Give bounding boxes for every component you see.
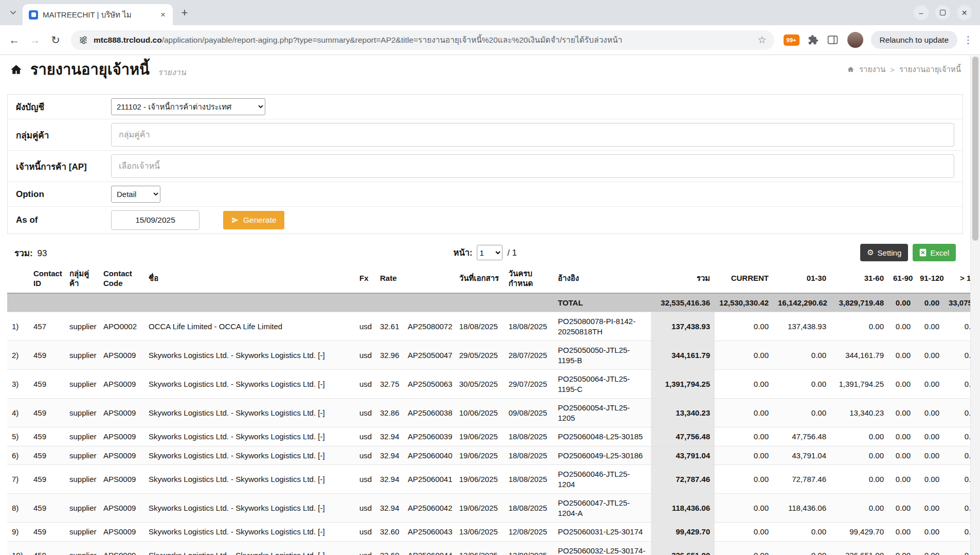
page-scrollbar[interactable] bbox=[970, 56, 980, 555]
table-cell bbox=[403, 293, 455, 312]
table-cell: 0.00 bbox=[715, 541, 773, 555]
table-cell: 32.60 bbox=[375, 541, 403, 555]
breadcrumb-section[interactable]: รายงาน bbox=[859, 63, 885, 76]
breadcrumb: รายงาน > รายงานอายุเจ้าหนี้ bbox=[847, 63, 961, 76]
breadcrumb-home-icon[interactable] bbox=[847, 66, 855, 73]
table-cell: 32.96 bbox=[375, 341, 403, 370]
table-cell bbox=[29, 293, 65, 312]
table-cell: 29/07/2025 bbox=[504, 370, 553, 399]
scrollbar-thumb[interactable] bbox=[972, 57, 978, 241]
forward-button[interactable]: → bbox=[26, 31, 44, 49]
window-minimize-button[interactable]: – bbox=[914, 5, 929, 20]
browser-menu-icon[interactable]: ⋮ bbox=[961, 34, 975, 46]
breadcrumb-current: รายงานอายุเจ้าหนี้ bbox=[899, 63, 961, 76]
new-tab-button[interactable]: + bbox=[177, 5, 192, 21]
column-header: 91-120 bbox=[915, 265, 944, 293]
table-cell: 457 bbox=[29, 312, 65, 341]
table-cell: 0.00 bbox=[888, 427, 915, 446]
table-cell: AP25060041 bbox=[403, 465, 455, 494]
table-cell: OCCA Life Limited - OCCA Life Limited bbox=[144, 312, 355, 341]
table-cell: 12,530,330.42 bbox=[715, 293, 773, 312]
tab-close-icon[interactable]: × bbox=[157, 9, 169, 21]
table-cell: 0.00 bbox=[888, 494, 915, 523]
table-cell: 0.00 bbox=[915, 341, 944, 370]
column-header: Contact ID bbox=[29, 265, 65, 293]
aging-table: Contact IDกลุ่มคู่ค้าContact Codeชื่อFxR… bbox=[7, 265, 980, 555]
table-cell: 13/06/2025 bbox=[455, 541, 504, 555]
setting-button[interactable]: ⚙ Setting bbox=[860, 244, 908, 261]
table-cell: usd bbox=[355, 312, 375, 341]
table-cell: 0.00 bbox=[888, 465, 915, 494]
table-cell: 137,438.93 bbox=[651, 312, 715, 341]
table-cell: supplier bbox=[65, 446, 99, 465]
table-cell: usd bbox=[355, 370, 375, 399]
table-cell: 7) bbox=[7, 465, 29, 494]
table-cell bbox=[455, 293, 504, 312]
group-input[interactable] bbox=[111, 123, 954, 147]
table-cell: 0.00 bbox=[915, 523, 944, 542]
back-button[interactable]: ← bbox=[5, 31, 24, 49]
extensions-puzzle-icon[interactable] bbox=[805, 31, 822, 49]
tab-title: MAITREECHIT | บริษัท ไม bbox=[43, 9, 153, 21]
table-cell bbox=[355, 293, 375, 312]
column-header: อ้างอิง bbox=[553, 265, 651, 293]
table-row: 4)459supplierAPS0009Skyworks Logistics L… bbox=[7, 399, 980, 427]
window-maximize-button[interactable] bbox=[935, 5, 950, 20]
page-select[interactable]: 1 bbox=[477, 245, 503, 260]
window-close-button[interactable]: ✕ bbox=[957, 5, 972, 20]
asof-date-input[interactable] bbox=[111, 210, 199, 230]
table-cell: 13,340.23 bbox=[651, 399, 715, 427]
column-header: Rate bbox=[375, 265, 403, 293]
table-cell: 0.00 bbox=[715, 370, 773, 399]
table-cell: supplier bbox=[65, 341, 99, 370]
send-icon bbox=[231, 217, 239, 224]
home-icon[interactable] bbox=[9, 63, 23, 76]
account-select[interactable]: 211102 - เจ้าหนี้การค้าต่างประเทศ bbox=[111, 98, 265, 115]
tune-icon[interactable] bbox=[79, 35, 88, 45]
table-cell: TOTAL bbox=[553, 293, 651, 312]
table-cell: 12/08/2025 bbox=[504, 541, 553, 555]
excel-file-icon bbox=[919, 248, 927, 257]
table-row: 10)459supplierAPS0009Skyworks Logistics … bbox=[7, 541, 980, 555]
profile-avatar[interactable] bbox=[847, 32, 863, 48]
table-cell: PO25050064-JTL25-1195-C bbox=[553, 370, 651, 399]
generate-button[interactable]: Generate bbox=[223, 211, 284, 229]
table-cell: 459 bbox=[29, 427, 65, 446]
table-cell: usd bbox=[355, 399, 375, 427]
table-cell: 18/08/2025 bbox=[504, 465, 553, 494]
adblock-extension-icon[interactable]: 99+ bbox=[784, 34, 800, 46]
table-cell: usd bbox=[355, 427, 375, 446]
table-cell: APS0009 bbox=[99, 446, 144, 465]
column-header: 61-90 bbox=[888, 265, 915, 293]
table-cell: 2) bbox=[7, 341, 29, 370]
relaunch-update-button[interactable]: Relaunch to update bbox=[871, 31, 957, 49]
browser-tab[interactable]: MAITREECHIT | บริษัท ไม × bbox=[23, 4, 173, 25]
option-label: Option bbox=[16, 189, 111, 200]
column-header: 01-30 bbox=[773, 265, 831, 293]
bookmark-star-icon[interactable]: ☆ bbox=[758, 34, 767, 46]
excel-export-button[interactable]: Excel bbox=[913, 244, 956, 261]
table-cell: 3,829,719.48 bbox=[831, 293, 888, 312]
table-row: 1)457supplierAPO0002OCCA Life Limited - … bbox=[7, 312, 980, 341]
table-cell: 459 bbox=[29, 341, 65, 370]
table-row: 5)459supplierAPS0009Skyworks Logistics L… bbox=[7, 427, 980, 446]
table-cell: 0.00 bbox=[888, 312, 915, 341]
column-header: Contact Code bbox=[99, 265, 144, 293]
address-bar[interactable]: mtc888.trcloud.co/application/payable/re… bbox=[71, 30, 774, 50]
page-label: หน้า: bbox=[453, 246, 473, 259]
table-cell: AP25080072 bbox=[403, 312, 455, 341]
reload-button[interactable]: ↻ bbox=[46, 31, 65, 49]
option-select[interactable]: Detail bbox=[111, 186, 160, 203]
side-panel-icon[interactable] bbox=[824, 31, 842, 49]
table-cell: Skyworks Logistics Ltd. - Skyworks Logis… bbox=[144, 523, 355, 542]
table-cell: 118,436.06 bbox=[773, 494, 831, 523]
table-cell: AP25060043 bbox=[403, 523, 455, 542]
tab-search-button[interactable] bbox=[5, 5, 21, 21]
table-cell: 18/08/2025 bbox=[504, 494, 553, 523]
table-cell: 8) bbox=[7, 494, 29, 523]
table-cell: supplier bbox=[65, 399, 99, 427]
table-cell: 0.00 bbox=[915, 427, 944, 446]
ap-input[interactable] bbox=[111, 154, 954, 178]
table-cell: APS0009 bbox=[99, 465, 144, 494]
table-cell: Skyworks Logistics Ltd. - Skyworks Logis… bbox=[144, 465, 355, 494]
